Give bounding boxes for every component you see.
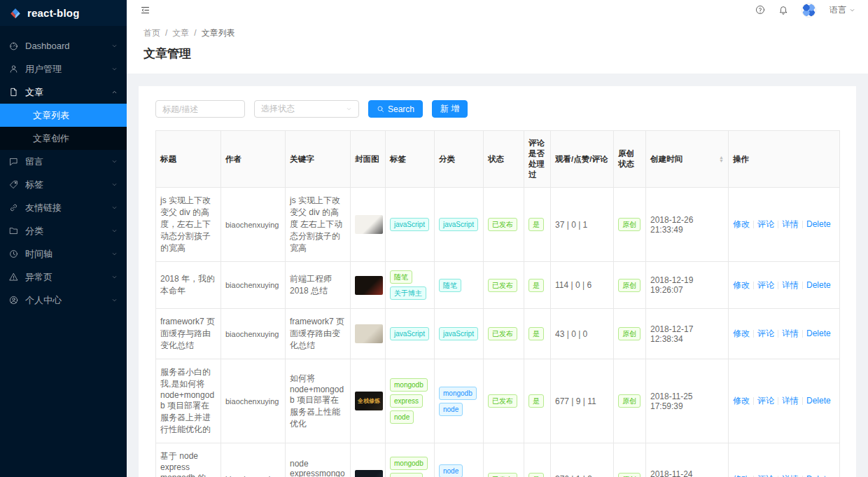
sidebar-item-article-create[interactable]: 文章创作 <box>0 127 127 150</box>
sidebar: react-blog Dashboard用户管理文章文章列表文章创作留言标签友情… <box>0 0 127 477</box>
app-title: react-blog <box>27 7 80 19</box>
help-icon[interactable] <box>755 5 765 15</box>
delete-link[interactable]: Delete <box>806 396 831 406</box>
cell-actions: 修改评论详情Delete <box>729 188 840 262</box>
cell-categories: javaScript <box>435 188 484 262</box>
action-divider <box>778 397 778 405</box>
tag-list: javaScript <box>390 216 430 233</box>
detail-link[interactable]: 详情 <box>782 280 799 290</box>
cell-author: biaochenxuying <box>221 309 286 359</box>
edit-link[interactable]: 修改 <box>733 219 750 229</box>
original-badge: 原创 <box>618 218 640 231</box>
add-button[interactable]: 新 增 <box>432 100 468 118</box>
content-area: 选择状态 Search 新 增 标题作者关键字封面图标签分类状态评论是否处理过观… <box>127 74 868 477</box>
comment-link[interactable]: 评论 <box>757 474 774 477</box>
sidebar-item-dashboard[interactable]: Dashboard <box>0 34 127 57</box>
detail-link[interactable]: 详情 <box>782 474 799 477</box>
chevron-down-icon <box>111 43 118 49</box>
app-layout: react-blog Dashboard用户管理文章文章列表文章创作留言标签友情… <box>0 0 868 477</box>
edit-link[interactable]: 修改 <box>733 329 750 338</box>
column-header: 操作 <box>729 131 840 188</box>
cell-comment-handled: 是 <box>524 188 551 262</box>
action-divider <box>802 397 803 405</box>
profile-icon <box>9 296 18 305</box>
detail-link[interactable]: 详情 <box>782 396 799 406</box>
avatar[interactable] <box>802 3 816 18</box>
column-header: 原创状态 <box>614 131 646 188</box>
edit-link[interactable]: 修改 <box>733 280 750 290</box>
cover-image <box>355 324 383 343</box>
chevron-up-icon <box>111 89 118 95</box>
detail-link[interactable]: 详情 <box>782 219 799 229</box>
cell-original: 原创 <box>614 359 646 443</box>
comment-link[interactable]: 评论 <box>757 219 774 229</box>
column-header: 作者 <box>221 131 286 188</box>
sidebar-item-timeline[interactable]: 时间轴 <box>0 242 127 265</box>
tag-list: 随笔关于博主 <box>390 269 430 301</box>
category-tag: node <box>439 403 463 416</box>
sidebar-item-article-list[interactable]: 文章列表 <box>0 104 127 127</box>
sort-caret-icon[interactable]: ▲▼ <box>719 155 724 163</box>
tag: express <box>390 394 423 408</box>
status-select-placeholder: 选择状态 <box>261 103 295 115</box>
category-list: javaScript <box>439 216 479 233</box>
breadcrumb-separator: / <box>194 28 196 38</box>
sidebar-item-users[interactable]: 用户管理 <box>0 57 127 81</box>
action-divider <box>778 221 778 228</box>
cell-created-at: 2018-11-25 17:59:39 <box>646 359 729 443</box>
table-row: 基于 node express mongodb 的 blog-node 项目文档… <box>156 443 840 477</box>
breadcrumb-item[interactable]: 首页 <box>144 28 160 38</box>
table-row: framework7 页面缓存与路由变化总结biaochenxuyingfram… <box>156 309 840 359</box>
cell-original: 原创 <box>614 262 646 309</box>
detail-link[interactable]: 详情 <box>782 329 799 338</box>
cell-cover: 全栈修炼 <box>351 359 386 443</box>
status-select[interactable]: 选择状态 <box>254 100 359 118</box>
cell-actions: 修改评论详情Delete <box>729 309 840 359</box>
tag-list: javaScript <box>390 326 430 342</box>
category-tag: mongodb <box>439 387 477 400</box>
comment-link[interactable]: 评论 <box>757 280 774 290</box>
search-input[interactable] <box>155 100 245 118</box>
cell-tags: javaScript <box>386 188 435 262</box>
sidebar-item-exception[interactable]: 异常页 <box>0 265 127 289</box>
delete-link[interactable]: Delete <box>806 280 831 290</box>
stats-value: 114 | 0 | 6 <box>555 280 592 290</box>
tag: 随笔 <box>390 270 412 284</box>
sidebar-item-tags[interactable]: 标签 <box>0 173 127 196</box>
edit-link[interactable]: 修改 <box>733 396 750 406</box>
sidebar-item-articles[interactable]: 文章 <box>0 81 127 104</box>
sidebar-item-comments[interactable]: 留言 <box>0 150 127 173</box>
chevron-down-icon <box>849 7 855 13</box>
sidebar-item-label: 留言 <box>25 155 104 168</box>
edit-link[interactable]: 修改 <box>733 474 750 477</box>
delete-link[interactable]: Delete <box>806 329 831 338</box>
breadcrumb-item[interactable]: 文章 <box>172 28 189 38</box>
app-logo[interactable]: react-blog <box>0 0 127 26</box>
cell-title: 2018 年，我的本命年 <box>156 262 221 309</box>
topbar-right: 语言 <box>755 3 855 18</box>
sidebar-item-friend-links[interactable]: 友情链接 <box>0 196 127 219</box>
column-header: 评论是否处理过 <box>524 131 551 188</box>
sidebar-item-categories[interactable]: 分类 <box>0 219 127 242</box>
delete-link[interactable]: Delete <box>806 474 831 477</box>
action-divider <box>778 282 778 289</box>
search-button[interactable]: Search <box>368 100 423 118</box>
notification-bell-icon[interactable] <box>778 5 788 15</box>
status-badge: 已发布 <box>488 327 517 340</box>
column-header: 封面图 <box>351 131 386 188</box>
language-label: 语言 <box>830 4 846 16</box>
language-selector[interactable]: 语言 <box>830 4 855 16</box>
comment-link[interactable]: 评论 <box>757 329 774 338</box>
category-tag: javaScript <box>439 218 478 231</box>
chevron-down-icon <box>111 205 118 211</box>
page-header: 首页/文章/文章列表 文章管理 <box>127 20 868 74</box>
comment-link[interactable]: 评论 <box>757 396 774 406</box>
menu-fold-icon[interactable] <box>140 5 150 15</box>
stats-value: 43 | 0 | 0 <box>555 329 587 339</box>
user-icon <box>9 64 18 74</box>
sidebar-item-profile[interactable]: 个人中心 <box>0 289 127 312</box>
column-header[interactable]: 创建时间▲▼ <box>646 131 729 188</box>
action-divider <box>753 282 754 289</box>
cell-author: biaochenxuying <box>221 359 286 443</box>
delete-link[interactable]: Delete <box>806 219 831 229</box>
